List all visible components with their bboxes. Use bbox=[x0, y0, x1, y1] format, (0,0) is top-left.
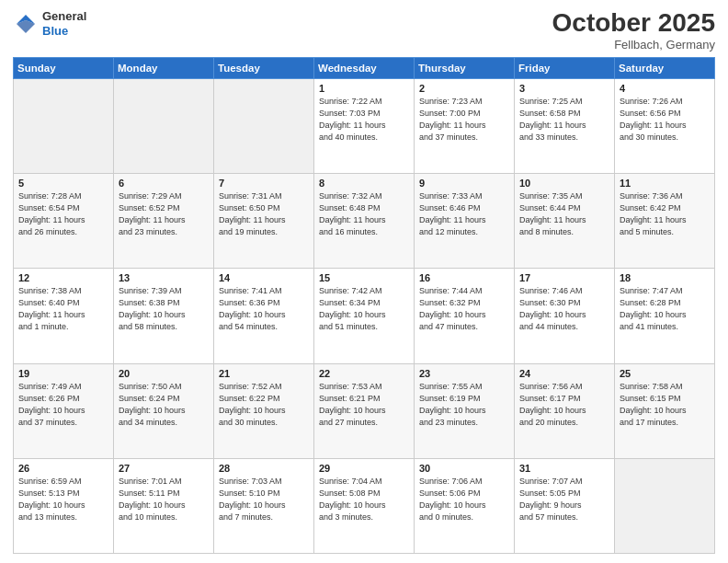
calendar-week-4: 19Sunrise: 7:49 AM Sunset: 6:26 PM Dayli… bbox=[14, 363, 715, 458]
day-info: Sunrise: 7:31 AM Sunset: 6:50 PM Dayligh… bbox=[219, 190, 309, 238]
day-info: Sunrise: 7:06 AM Sunset: 5:06 PM Dayligh… bbox=[419, 476, 509, 523]
day-info: Sunrise: 7:32 AM Sunset: 6:48 PM Dayligh… bbox=[319, 190, 409, 238]
day-number: 13 bbox=[119, 272, 209, 283]
day-number: 1 bbox=[319, 83, 409, 94]
day-info: Sunrise: 7:44 AM Sunset: 6:32 PM Dayligh… bbox=[419, 285, 509, 333]
calendar-header-tuesday: Tuesday bbox=[214, 57, 314, 78]
location: Fellbach, Germany bbox=[552, 38, 715, 52]
calendar-cell bbox=[114, 78, 214, 173]
day-number: 28 bbox=[219, 463, 309, 474]
day-number: 7 bbox=[219, 178, 309, 189]
calendar-header-row: SundayMondayTuesdayWednesdayThursdayFrid… bbox=[14, 57, 715, 78]
day-number: 29 bbox=[319, 463, 409, 474]
month-title: October 2025 bbox=[552, 9, 715, 38]
day-info: Sunrise: 7:38 AM Sunset: 6:40 PM Dayligh… bbox=[18, 285, 108, 333]
calendar-cell: 26Sunrise: 6:59 AM Sunset: 5:13 PM Dayli… bbox=[14, 458, 114, 553]
calendar-cell: 3Sunrise: 7:25 AM Sunset: 6:58 PM Daylig… bbox=[515, 78, 615, 173]
calendar-cell: 7Sunrise: 7:31 AM Sunset: 6:50 PM Daylig… bbox=[214, 174, 314, 269]
calendar-cell: 23Sunrise: 7:55 AM Sunset: 6:19 PM Dayli… bbox=[415, 363, 515, 458]
day-info: Sunrise: 7:35 AM Sunset: 6:44 PM Dayligh… bbox=[519, 190, 609, 238]
day-number: 14 bbox=[219, 272, 309, 283]
day-number: 23 bbox=[419, 368, 509, 379]
calendar-cell: 13Sunrise: 7:39 AM Sunset: 6:38 PM Dayli… bbox=[114, 269, 214, 363]
calendar-week-3: 12Sunrise: 7:38 AM Sunset: 6:40 PM Dayli… bbox=[14, 269, 715, 363]
logo-blue: Blue bbox=[42, 24, 68, 38]
day-info: Sunrise: 7:49 AM Sunset: 6:26 PM Dayligh… bbox=[18, 381, 108, 429]
logo-general: General bbox=[42, 9, 86, 23]
calendar-header-wednesday: Wednesday bbox=[314, 57, 415, 78]
day-info: Sunrise: 7:55 AM Sunset: 6:19 PM Dayligh… bbox=[419, 381, 509, 429]
calendar-cell bbox=[214, 78, 314, 173]
day-info: Sunrise: 7:22 AM Sunset: 7:03 PM Dayligh… bbox=[319, 96, 409, 144]
calendar-cell: 31Sunrise: 7:07 AM Sunset: 5:05 PM Dayli… bbox=[515, 458, 615, 553]
day-info: Sunrise: 7:23 AM Sunset: 7:00 PM Dayligh… bbox=[419, 96, 509, 144]
day-info: Sunrise: 7:53 AM Sunset: 6:21 PM Dayligh… bbox=[319, 381, 409, 429]
calendar-cell: 29Sunrise: 7:04 AM Sunset: 5:08 PM Dayli… bbox=[314, 458, 415, 553]
day-number: 21 bbox=[219, 368, 309, 379]
day-info: Sunrise: 7:28 AM Sunset: 6:54 PM Dayligh… bbox=[18, 190, 108, 238]
day-number: 19 bbox=[18, 368, 108, 379]
day-info: Sunrise: 7:50 AM Sunset: 6:24 PM Dayligh… bbox=[119, 381, 209, 429]
calendar-cell: 16Sunrise: 7:44 AM Sunset: 6:32 PM Dayli… bbox=[415, 269, 515, 363]
calendar-cell: 2Sunrise: 7:23 AM Sunset: 7:00 PM Daylig… bbox=[415, 78, 515, 173]
day-number: 5 bbox=[18, 178, 108, 189]
calendar-cell: 21Sunrise: 7:52 AM Sunset: 6:22 PM Dayli… bbox=[214, 363, 314, 458]
logo-text: General Blue bbox=[42, 9, 86, 38]
calendar-week-1: 1Sunrise: 7:22 AM Sunset: 7:03 PM Daylig… bbox=[14, 78, 715, 173]
day-info: Sunrise: 7:07 AM Sunset: 5:05 PM Dayligh… bbox=[519, 476, 609, 523]
calendar-cell: 18Sunrise: 7:47 AM Sunset: 6:28 PM Dayli… bbox=[615, 269, 715, 363]
day-number: 15 bbox=[319, 272, 409, 283]
day-number: 27 bbox=[119, 463, 209, 474]
calendar-header-monday: Monday bbox=[114, 57, 214, 78]
day-info: Sunrise: 7:01 AM Sunset: 5:11 PM Dayligh… bbox=[119, 476, 209, 523]
day-number: 6 bbox=[119, 178, 209, 189]
calendar-cell: 1Sunrise: 7:22 AM Sunset: 7:03 PM Daylig… bbox=[314, 78, 415, 173]
day-info: Sunrise: 7:42 AM Sunset: 6:34 PM Dayligh… bbox=[319, 285, 409, 333]
page: General Blue October 2025 Fellbach, Germ… bbox=[0, 0, 728, 563]
calendar-cell: 24Sunrise: 7:56 AM Sunset: 6:17 PM Dayli… bbox=[515, 363, 615, 458]
day-number: 18 bbox=[620, 272, 710, 283]
calendar-cell: 12Sunrise: 7:38 AM Sunset: 6:40 PM Dayli… bbox=[14, 269, 114, 363]
calendar-cell: 4Sunrise: 7:26 AM Sunset: 6:56 PM Daylig… bbox=[615, 78, 715, 173]
day-number: 26 bbox=[18, 463, 108, 474]
calendar-cell: 8Sunrise: 7:32 AM Sunset: 6:48 PM Daylig… bbox=[314, 174, 415, 269]
calendar-cell: 27Sunrise: 7:01 AM Sunset: 5:11 PM Dayli… bbox=[114, 458, 214, 553]
day-number: 20 bbox=[119, 368, 209, 379]
day-number: 24 bbox=[519, 368, 609, 379]
day-info: Sunrise: 6:59 AM Sunset: 5:13 PM Dayligh… bbox=[18, 476, 108, 523]
day-number: 12 bbox=[18, 272, 108, 283]
header: General Blue October 2025 Fellbach, Germ… bbox=[13, 9, 715, 52]
calendar-cell: 19Sunrise: 7:49 AM Sunset: 6:26 PM Dayli… bbox=[14, 363, 114, 458]
calendar-cell: 11Sunrise: 7:36 AM Sunset: 6:42 PM Dayli… bbox=[615, 174, 715, 269]
calendar-cell: 14Sunrise: 7:41 AM Sunset: 6:36 PM Dayli… bbox=[214, 269, 314, 363]
calendar-table: SundayMondayTuesdayWednesdayThursdayFrid… bbox=[13, 57, 715, 554]
day-info: Sunrise: 7:33 AM Sunset: 6:46 PM Dayligh… bbox=[419, 190, 509, 238]
calendar-cell: 17Sunrise: 7:46 AM Sunset: 6:30 PM Dayli… bbox=[515, 269, 615, 363]
calendar-header-friday: Friday bbox=[515, 57, 615, 78]
day-number: 3 bbox=[519, 83, 609, 94]
calendar-cell bbox=[14, 78, 114, 173]
calendar-cell: 9Sunrise: 7:33 AM Sunset: 6:46 PM Daylig… bbox=[415, 174, 515, 269]
day-number: 4 bbox=[620, 83, 710, 94]
day-number: 22 bbox=[319, 368, 409, 379]
calendar-cell: 22Sunrise: 7:53 AM Sunset: 6:21 PM Dayli… bbox=[314, 363, 415, 458]
day-info: Sunrise: 7:46 AM Sunset: 6:30 PM Dayligh… bbox=[519, 285, 609, 333]
day-info: Sunrise: 7:36 AM Sunset: 6:42 PM Dayligh… bbox=[620, 190, 710, 238]
day-number: 17 bbox=[519, 272, 609, 283]
day-info: Sunrise: 7:41 AM Sunset: 6:36 PM Dayligh… bbox=[219, 285, 309, 333]
calendar-cell: 30Sunrise: 7:06 AM Sunset: 5:06 PM Dayli… bbox=[415, 458, 515, 553]
day-info: Sunrise: 7:25 AM Sunset: 6:58 PM Dayligh… bbox=[519, 96, 609, 144]
day-info: Sunrise: 7:39 AM Sunset: 6:38 PM Dayligh… bbox=[119, 285, 209, 333]
title-block: October 2025 Fellbach, Germany bbox=[552, 9, 715, 52]
day-info: Sunrise: 7:58 AM Sunset: 6:15 PM Dayligh… bbox=[620, 381, 710, 429]
calendar-cell: 15Sunrise: 7:42 AM Sunset: 6:34 PM Dayli… bbox=[314, 269, 415, 363]
day-number: 9 bbox=[419, 178, 509, 189]
day-info: Sunrise: 7:26 AM Sunset: 6:56 PM Dayligh… bbox=[620, 96, 710, 144]
day-info: Sunrise: 7:03 AM Sunset: 5:10 PM Dayligh… bbox=[219, 476, 309, 523]
day-info: Sunrise: 7:47 AM Sunset: 6:28 PM Dayligh… bbox=[620, 285, 710, 333]
day-number: 11 bbox=[620, 178, 710, 189]
calendar-cell: 6Sunrise: 7:29 AM Sunset: 6:52 PM Daylig… bbox=[114, 174, 214, 269]
day-info: Sunrise: 7:56 AM Sunset: 6:17 PM Dayligh… bbox=[519, 381, 609, 429]
calendar-header-saturday: Saturday bbox=[615, 57, 715, 78]
day-number: 2 bbox=[419, 83, 509, 94]
